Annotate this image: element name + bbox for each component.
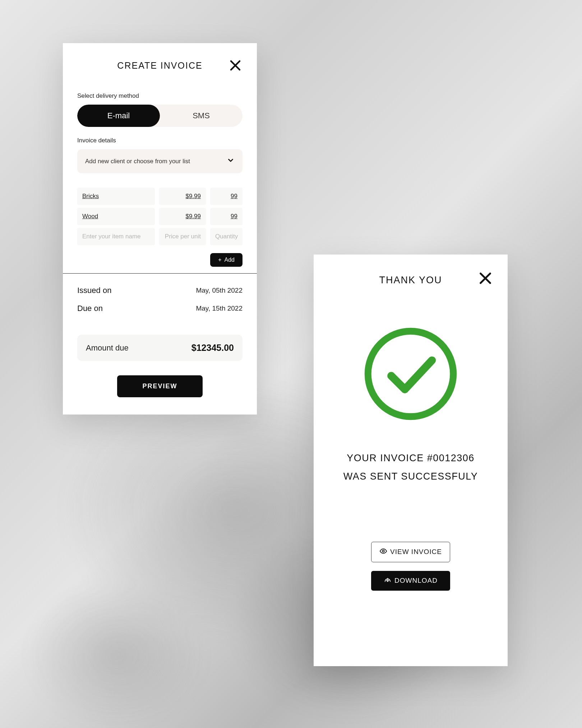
view-invoice-button[interactable]: VIEW INVOICE [371, 542, 450, 562]
preview-block: PREVIEW [63, 361, 257, 415]
delivery-method-label: Select delivery method [77, 92, 242, 100]
svg-point-4 [368, 331, 453, 417]
item-qty-cell[interactable]: 99 [210, 188, 242, 205]
table-row: Wood $9.99 99 [77, 208, 242, 225]
create-invoice-card: CREATE INVOICE Select delivery method E-… [63, 43, 257, 415]
chevron-down-icon [227, 156, 235, 166]
issued-on-value: May, 05th 2022 [196, 287, 242, 294]
invoice-details-label: Invoice details [77, 137, 242, 144]
card-header: CREATE INVOICE [63, 43, 257, 71]
download-icon [384, 576, 392, 586]
thank-you-card: THANK YOU YOUR INVOICE #0012306 WAS SENT… [314, 255, 508, 666]
dates-block: Issued on May, 05th 2022 Due on May, 15t… [63, 274, 257, 317]
due-on-value: May, 15th 2022 [196, 305, 242, 312]
close-icon [229, 59, 242, 73]
success-line-2: WAS SENT SUCCESSFULY [343, 467, 478, 486]
eye-icon [379, 547, 387, 557]
action-buttons: VIEW INVOICE DOWNLOAD [371, 542, 450, 591]
item-qty-input[interactable]: Quantity [210, 228, 242, 245]
issued-on-label: Issued on [77, 286, 111, 295]
page-title: CREATE INVOICE [117, 60, 202, 71]
client-dropdown[interactable]: Add new client or choose from your list [77, 149, 242, 173]
client-dropdown-placeholder: Add new client or choose from your list [85, 158, 190, 165]
svg-point-5 [382, 550, 384, 552]
card-header: THANK YOU [314, 255, 508, 286]
due-on-label: Due on [77, 304, 103, 313]
add-row-container: + Add [77, 248, 242, 273]
amount-due-label: Amount due [86, 343, 129, 353]
close-button[interactable] [228, 59, 242, 73]
item-qty-cell[interactable]: 99 [210, 208, 242, 225]
preview-button[interactable]: PREVIEW [117, 375, 202, 397]
add-item-button[interactable]: + Add [210, 253, 242, 267]
view-invoice-label: VIEW INVOICE [390, 548, 442, 556]
amount-block: Amount due $12345.00 [63, 317, 257, 361]
table-row: Enter your item name Price per unit Quan… [77, 228, 242, 245]
table-row: Bricks $9.99 99 [77, 188, 242, 205]
form-body: Select delivery method E-mail SMS Invoic… [63, 71, 257, 273]
download-label: DOWNLOAD [394, 577, 438, 585]
delivery-option-email[interactable]: E-mail [77, 105, 160, 127]
delivery-option-sms[interactable]: SMS [160, 105, 242, 127]
delivery-method-toggle: E-mail SMS [77, 105, 242, 127]
success-line-1: YOUR INVOICE #0012306 [343, 449, 478, 467]
amount-due-value: $12345.00 [191, 343, 234, 353]
download-button[interactable]: DOWNLOAD [371, 571, 450, 591]
close-icon [478, 271, 493, 287]
item-price-cell[interactable]: $9.99 [159, 208, 206, 225]
item-name-cell[interactable]: Bricks [77, 188, 155, 205]
add-button-label: Add [225, 257, 235, 263]
item-price-cell[interactable]: $9.99 [159, 188, 206, 205]
due-on-row: Due on May, 15th 2022 [77, 299, 242, 317]
item-name-cell[interactable]: Wood [77, 208, 155, 225]
plus-icon: + [218, 257, 221, 263]
items-table: Bricks $9.99 99 Wood $9.99 99 Enter your… [77, 188, 242, 245]
item-name-input[interactable]: Enter your item name [77, 228, 155, 245]
close-button[interactable] [478, 272, 493, 286]
success-message: YOUR INVOICE #0012306 WAS SENT SUCCESSFU… [343, 449, 478, 486]
amount-due-row: Amount due $12345.00 [77, 335, 242, 361]
issued-on-row: Issued on May, 05th 2022 [77, 281, 242, 299]
item-price-input[interactable]: Price per unit [159, 228, 206, 245]
success-check-icon [362, 325, 459, 424]
